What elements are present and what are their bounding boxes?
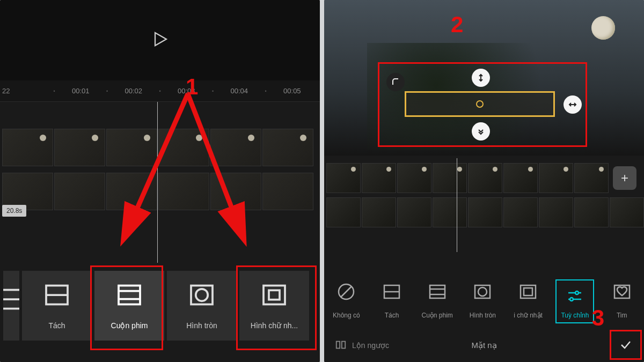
- clip-thumb[interactable]: [539, 163, 573, 193]
- clip-thumb[interactable]: [262, 129, 313, 166]
- circle-mask-icon: [188, 282, 215, 308]
- clip-thumb[interactable]: [397, 163, 431, 193]
- clip-thumb[interactable]: [210, 129, 261, 166]
- svg-rect-30: [342, 341, 345, 348]
- split-half-icon: [3, 286, 19, 313]
- option-label: Cuộn phim: [111, 321, 148, 330]
- option-label: i chữ nhật: [514, 312, 543, 319]
- preview-area-left: [0, 0, 320, 80]
- option-partial[interactable]: [3, 271, 19, 341]
- resize-vertical-button[interactable]: [472, 69, 490, 87]
- option-hinhchunhat[interactable]: i chữ nhật: [510, 279, 546, 319]
- sliders-icon: [562, 284, 587, 308]
- option-hinhtron[interactable]: Hình tròn: [465, 279, 501, 319]
- ruler-tick: 00:02: [108, 87, 159, 95]
- clip-thumb[interactable]: [503, 163, 538, 193]
- step-number-2: 2: [451, 12, 463, 38]
- clip-thumb[interactable]: [362, 163, 396, 193]
- clip-thumb[interactable]: [158, 129, 209, 166]
- preview-moon: [591, 16, 615, 40]
- play-icon[interactable]: [150, 29, 170, 51]
- clip-thumb[interactable]: [610, 197, 644, 227]
- split-horizontal-icon: [379, 279, 404, 304]
- clip-thumb[interactable]: [262, 173, 313, 210]
- clip-thumb[interactable]: [106, 129, 157, 166]
- clip-thumb[interactable]: [362, 197, 396, 227]
- add-clip-button[interactable]: +: [613, 166, 636, 190]
- clip-thumb[interactable]: [106, 173, 157, 210]
- clip-duration-chip: 20.8s: [2, 205, 26, 217]
- heart-mask-icon: [610, 279, 634, 304]
- clip-thumb[interactable]: [2, 129, 53, 166]
- playhead-line[interactable]: [157, 102, 158, 263]
- option-label: Tuỳ chỉnh: [561, 312, 589, 319]
- clip-thumb[interactable]: [210, 173, 261, 210]
- playhead-line[interactable]: [457, 158, 457, 252]
- svg-point-25: [575, 291, 579, 294]
- clip-thumb[interactable]: [468, 163, 502, 193]
- clip-thumb[interactable]: [158, 173, 209, 210]
- split-horizontal-icon: [43, 282, 70, 308]
- clip-thumb[interactable]: [397, 197, 431, 227]
- option-khongco[interactable]: Không có: [328, 279, 364, 319]
- ruler-tick: 00:01: [55, 87, 106, 95]
- option-tuychinh[interactable]: Tuỳ chỉnh: [555, 279, 594, 323]
- clip-thumb[interactable]: [326, 197, 361, 227]
- option-label: Không có: [333, 312, 360, 319]
- left-panel: 22 • 00:01 • 00:02 • 00:03 • 00:04 • 00:…: [0, 0, 320, 362]
- clip-thumb[interactable]: [539, 197, 573, 227]
- svg-point-27: [570, 298, 573, 301]
- step-number-1: 1: [186, 74, 198, 100]
- clip-thumb[interactable]: [433, 197, 467, 227]
- timeline-right[interactable]: +: [324, 161, 644, 252]
- rectangle-mask-icon: [261, 282, 288, 308]
- clip-thumb[interactable]: [468, 197, 502, 227]
- option-cuonphim[interactable]: Cuộn phim: [94, 271, 164, 341]
- preview-area-right[interactable]: 2: [324, 0, 644, 156]
- option-tim[interactable]: Tim: [604, 279, 640, 319]
- svg-line-14: [341, 286, 352, 297]
- clip-thumb[interactable]: [326, 163, 361, 193]
- option-hinhtron[interactable]: Hình tròn: [167, 271, 237, 341]
- filmstrip-icon: [425, 279, 450, 304]
- option-cuonphim[interactable]: Cuộn phim: [419, 279, 455, 319]
- circle-mask-icon: [470, 279, 495, 304]
- center-handle-icon[interactable]: [476, 100, 484, 108]
- clip-thumb[interactable]: [54, 173, 105, 210]
- step-number-3: 3: [592, 305, 604, 331]
- ruler-tick: 22: [2, 87, 53, 95]
- option-label: Tách: [385, 312, 399, 319]
- clip-strip[interactable]: [0, 102, 320, 166]
- clip-thumb[interactable]: [433, 163, 467, 193]
- text-overlay-bounds[interactable]: [405, 91, 555, 117]
- clip-thumb[interactable]: [503, 197, 538, 227]
- option-label: Cuộn phim: [422, 312, 453, 319]
- svg-rect-22: [521, 285, 536, 298]
- clip-thumb[interactable]: [54, 129, 105, 166]
- svg-rect-4: [119, 286, 140, 305]
- option-label: Hình tròn: [470, 312, 496, 319]
- flip-button[interactable]: Lộn ngược: [335, 339, 389, 352]
- svg-rect-9: [264, 286, 285, 305]
- right-panel: 2 +: [324, 0, 644, 362]
- ruler-tick: 00:04: [214, 87, 265, 95]
- time-ruler[interactable]: 22 • 00:01 • 00:02 • 00:03 • 00:04 • 00:…: [0, 80, 320, 102]
- corner-radius-button[interactable]: [386, 73, 405, 91]
- toolbar-title: Mặt nạ: [471, 341, 496, 350]
- clip-thumb[interactable]: [574, 197, 609, 227]
- confirm-button[interactable]: [610, 330, 642, 360]
- svg-rect-17: [430, 285, 445, 298]
- option-tach[interactable]: Tách: [374, 279, 410, 319]
- expand-down-button[interactable]: [472, 122, 490, 141]
- resize-horizontal-button[interactable]: [564, 95, 582, 114]
- svg-point-21: [478, 287, 487, 296]
- mask-options-row: Tách Cuộn phim Hình tròn Hình chữ nh...: [0, 260, 320, 362]
- clip-thumb[interactable]: [574, 163, 609, 193]
- clip-strip-lower[interactable]: [0, 166, 320, 210]
- svg-rect-23: [524, 288, 532, 295]
- option-tach[interactable]: Tách: [22, 271, 92, 341]
- option-hinhchunhat[interactable]: Hình chữ nh...: [239, 271, 309, 341]
- option-label: Hình chữ nh...: [251, 321, 298, 330]
- rectangle-mask-icon: [516, 279, 540, 304]
- bottom-toolbar: Lộn ngược Mặt nạ: [324, 329, 644, 362]
